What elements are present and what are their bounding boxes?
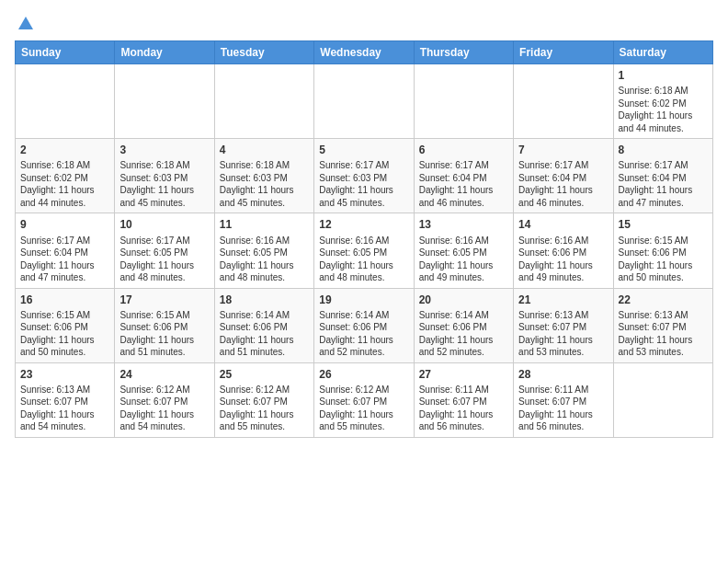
day-info-line: Daylight: 11 hours [220,259,309,272]
calendar-cell: 23Sunrise: 6:13 AMSunset: 6:07 PMDayligh… [16,362,115,437]
day-info-line: Sunrise: 6:18 AM [20,159,109,172]
day-header-friday: Friday [514,41,613,64]
day-info-line: Daylight: 11 hours [319,334,408,347]
day-info-line: Sunrise: 6:18 AM [220,159,309,172]
cell-content: 15Sunrise: 6:15 AMSunset: 6:06 PMDayligh… [619,217,708,283]
day-info-line: and 54 minutes. [119,420,209,433]
day-number: 15 [619,217,708,232]
calendar-cell: 7Sunrise: 6:17 AMSunset: 6:04 PMDaylight… [514,139,613,213]
day-info-line: Daylight: 11 hours [20,408,109,421]
cell-content: 14Sunrise: 6:16 AMSunset: 6:06 PMDayligh… [518,217,608,283]
day-info-line: Sunrise: 6:13 AM [518,309,608,322]
day-info-line: Sunrise: 6:13 AM [619,309,708,322]
calendar-cell: 2Sunrise: 6:18 AMSunset: 6:02 PMDaylight… [16,139,115,213]
day-info-line: and 53 minutes. [518,346,608,359]
calendar-cell [214,64,313,139]
calendar-cell [514,64,613,139]
calendar-cell: 6Sunrise: 6:17 AMSunset: 6:04 PMDaylight… [414,139,513,213]
day-number: 2 [20,143,109,157]
day-number: 18 [220,293,309,307]
day-info-line: Sunset: 6:06 PM [119,321,209,334]
calendar-header-row: SundayMondayTuesdayWednesdayThursdayFrid… [16,41,713,64]
day-info-line: Sunset: 6:04 PM [518,172,608,185]
day-info-line: Daylight: 11 hours [220,408,309,421]
day-info-line: Sunset: 6:05 PM [119,247,209,259]
calendar-cell: 21Sunrise: 6:13 AMSunset: 6:07 PMDayligh… [514,288,613,362]
svg-marker-0 [18,17,33,29]
day-info-line: Daylight: 11 hours [20,184,109,197]
cell-content: 10Sunrise: 6:17 AMSunset: 6:05 PMDayligh… [119,217,209,283]
day-info-line: Sunset: 6:06 PM [20,321,109,334]
day-number: 6 [419,143,508,157]
calendar-cell: 20Sunrise: 6:14 AMSunset: 6:06 PMDayligh… [414,288,513,362]
day-number: 11 [220,217,309,232]
day-info-line: Sunset: 6:06 PM [419,321,508,334]
day-info-line: Sunrise: 6:14 AM [220,309,309,322]
page-header [15,15,713,33]
calendar-table: SundayMondayTuesdayWednesdayThursdayFrid… [15,40,713,438]
day-info-line: Daylight: 11 hours [119,259,209,272]
calendar-cell: 3Sunrise: 6:18 AMSunset: 6:03 PMDaylight… [115,139,214,213]
day-info-line: Sunset: 6:05 PM [319,247,408,259]
day-number: 26 [319,367,408,382]
day-info-line: Sunrise: 6:16 AM [518,235,608,247]
cell-content: 25Sunrise: 6:12 AMSunset: 6:07 PMDayligh… [220,367,309,433]
day-number: 22 [619,293,708,307]
day-info-line: Sunrise: 6:18 AM [619,85,708,98]
day-info-line: and 49 minutes. [518,271,608,284]
day-number: 27 [419,367,508,382]
day-info-line: Daylight: 11 hours [319,184,408,197]
day-info-line: and 47 minutes. [619,197,708,210]
calendar-cell: 11Sunrise: 6:16 AMSunset: 6:05 PMDayligh… [214,213,313,288]
day-header-saturday: Saturday [613,41,712,64]
day-info-line: Sunrise: 6:12 AM [220,384,309,396]
day-number: 23 [20,367,109,382]
cell-content: 3Sunrise: 6:18 AMSunset: 6:03 PMDaylight… [119,143,209,209]
calendar-cell: 24Sunrise: 6:12 AMSunset: 6:07 PMDayligh… [115,362,214,437]
cell-content: 19Sunrise: 6:14 AMSunset: 6:06 PMDayligh… [319,293,408,359]
day-info-line: Sunset: 6:07 PM [518,396,608,408]
calendar-week-1: 2Sunrise: 6:18 AMSunset: 6:02 PMDaylight… [16,139,713,213]
cell-content: 28Sunrise: 6:11 AMSunset: 6:07 PMDayligh… [518,367,608,433]
logo-icon [17,15,35,33]
day-info-line: Sunset: 6:05 PM [419,247,508,259]
day-number: 4 [220,143,309,157]
day-info-line: and 45 minutes. [119,197,209,210]
cell-content: 8Sunrise: 6:17 AMSunset: 6:04 PMDaylight… [619,143,708,209]
day-info-line: Sunset: 6:04 PM [419,172,508,185]
day-info-line: Daylight: 11 hours [119,334,209,347]
calendar-cell: 17Sunrise: 6:15 AMSunset: 6:06 PMDayligh… [115,288,214,362]
day-info-line: Sunrise: 6:13 AM [20,384,109,396]
day-number: 16 [20,293,109,307]
day-header-monday: Monday [115,41,214,64]
day-info-line: and 44 minutes. [20,197,109,210]
day-number: 13 [419,217,508,232]
day-info-line: and 56 minutes. [518,420,608,433]
cell-content: 11Sunrise: 6:16 AMSunset: 6:05 PMDayligh… [220,217,309,283]
cell-content: 9Sunrise: 6:17 AMSunset: 6:04 PMDaylight… [20,217,109,283]
day-info-line: Daylight: 11 hours [518,184,608,197]
day-info-line: Sunset: 6:06 PM [518,247,608,259]
day-info-line: Sunrise: 6:15 AM [119,309,209,322]
day-info-line: Daylight: 11 hours [619,259,708,272]
day-info-line: Sunset: 6:07 PM [518,321,608,334]
calendar-cell: 19Sunrise: 6:14 AMSunset: 6:06 PMDayligh… [314,288,414,362]
day-info-line: and 55 minutes. [319,420,408,433]
day-info-line: Daylight: 11 hours [419,408,508,421]
day-info-line: and 46 minutes. [518,197,608,210]
cell-content: 6Sunrise: 6:17 AMSunset: 6:04 PMDaylight… [419,143,508,209]
day-info-line: Daylight: 11 hours [619,334,708,347]
day-header-sunday: Sunday [16,41,115,64]
day-number: 21 [518,293,608,307]
cell-content: 12Sunrise: 6:16 AMSunset: 6:05 PMDayligh… [319,217,408,283]
day-info-line: Sunset: 6:07 PM [119,396,209,408]
calendar-cell: 15Sunrise: 6:15 AMSunset: 6:06 PMDayligh… [613,213,712,288]
day-number: 12 [319,217,408,232]
day-number: 19 [319,293,408,307]
day-info-line: Daylight: 11 hours [220,184,309,197]
calendar-cell: 27Sunrise: 6:11 AMSunset: 6:07 PMDayligh… [414,362,513,437]
day-info-line: and 55 minutes. [220,420,309,433]
cell-content: 27Sunrise: 6:11 AMSunset: 6:07 PMDayligh… [419,367,508,433]
day-info-line: and 46 minutes. [419,197,508,210]
day-info-line: Sunset: 6:07 PM [419,396,508,408]
